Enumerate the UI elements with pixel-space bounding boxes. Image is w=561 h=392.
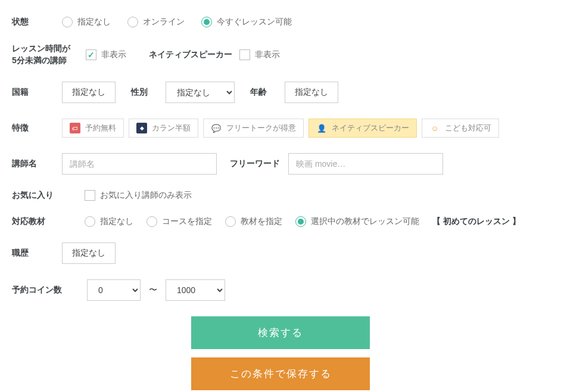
radio-icon <box>147 216 157 227</box>
status-radio-available[interactable]: 今すぐレッスン可能 <box>201 17 292 27</box>
teacher-name-label: 講師名 <box>12 158 54 169</box>
chat-icon: 💬 <box>211 123 222 133</box>
status-radio-group: 指定なし オンライン 今すぐレッスン可能 <box>62 17 292 27</box>
radio-icon <box>62 17 73 27</box>
radio-icon <box>85 216 95 227</box>
status-radio-none-label: 指定なし <box>77 17 111 27</box>
gender-select[interactable]: 指定なし <box>166 82 235 103</box>
status-radio-available-label: 今すぐレッスン可能 <box>217 17 292 27</box>
favorite-checkbox-label: お気に入り講師のみ表示 <box>100 190 192 201</box>
feature-tag-callan-label: カラン半額 <box>152 123 191 133</box>
feature-tag-callan[interactable]: ◆ カラン半額 <box>129 119 198 138</box>
materials-radio-none-label: 指定なし <box>100 216 133 227</box>
native-speaker-hide-checkbox[interactable]: 非表示 <box>239 49 280 60</box>
status-label: 状態 <box>12 17 54 27</box>
tilde-separator: 〜 <box>149 285 157 295</box>
feature-tag-free[interactable]: 🏷 予約無料 <box>62 119 124 138</box>
materials-radio-material[interactable]: 教材を指定 <box>225 216 282 227</box>
short-lesson-hide-checkbox[interactable]: 非表示 <box>86 49 126 60</box>
radio-icon <box>201 17 212 27</box>
favorite-label: お気に入り <box>12 190 54 201</box>
feature-tag-freetalk[interactable]: 💬 フリートークが得意 <box>203 119 304 138</box>
feature-tag-freetalk-label: フリートークが得意 <box>226 123 296 133</box>
checkbox-icon <box>86 49 96 60</box>
feature-tag-free-label: 予約無料 <box>85 123 116 133</box>
materials-radio-current[interactable]: 選択中の教材でレッスン可能 <box>295 216 419 227</box>
feature-tag-native-label: ネイティブスピーカー <box>332 123 409 133</box>
short-lesson-hide-text: 非表示 <box>101 49 126 60</box>
radio-icon <box>127 17 138 27</box>
status-radio-none[interactable]: 指定なし <box>62 17 111 27</box>
checkbox-icon <box>85 190 95 201</box>
native-speaker-label: ネイティブスピーカー <box>149 49 232 60</box>
status-radio-online-label: オンライン <box>143 17 185 27</box>
coins-from-select[interactable]: 0 <box>87 279 141 301</box>
materials-radio-current-label: 選択中の教材でレッスン可能 <box>311 216 419 227</box>
smile-icon: ☺ <box>429 123 440 133</box>
freeword-label: フリーワード <box>230 158 280 169</box>
materials-radio-material-label: 教材を指定 <box>241 216 282 227</box>
freeword-input[interactable] <box>288 153 443 175</box>
coins-label: 予約コイン数 <box>12 285 79 295</box>
search-button[interactable]: 検索する <box>191 316 370 349</box>
feature-tag-kids-label: こども対応可 <box>445 123 491 133</box>
feature-tag-kids[interactable]: ☺ こども対応可 <box>422 119 499 138</box>
career-label: 職歴 <box>12 248 54 259</box>
person-icon: 👤 <box>316 123 327 133</box>
radio-icon <box>295 216 306 227</box>
current-material-name: 【 初めてのレッスン 】 <box>432 216 521 227</box>
native-speaker-hide-text: 非表示 <box>255 49 280 60</box>
features-tag-row: 🏷 予約無料 ◆ カラン半額 💬 フリートークが得意 👤 ネイティブスピーカー … <box>62 119 499 138</box>
checkbox-icon <box>239 49 250 60</box>
age-select[interactable]: 指定なし <box>285 82 338 103</box>
career-select[interactable]: 指定なし <box>62 242 116 264</box>
coins-to-select[interactable]: 1000 <box>166 279 225 301</box>
materials-radio-course[interactable]: コースを指定 <box>147 216 212 227</box>
features-label: 特徴 <box>12 123 54 133</box>
short-lesson-label: レッスン時間が5分未満の講師 <box>12 43 79 66</box>
radio-icon <box>225 216 236 227</box>
save-button[interactable]: この条件で保存する <box>191 357 370 390</box>
feature-tag-native[interactable]: 👤 ネイティブスピーカー <box>308 119 417 138</box>
materials-label: 対応教材 <box>12 216 54 227</box>
gender-label: 性別 <box>131 87 157 98</box>
materials-radio-none[interactable]: 指定なし <box>85 216 133 227</box>
favorite-checkbox[interactable]: お気に入り講師のみ表示 <box>85 190 192 201</box>
callan-icon: ◆ <box>136 123 147 133</box>
teacher-name-input[interactable] <box>62 153 217 175</box>
nationality-select[interactable]: 指定なし <box>62 82 116 103</box>
materials-radio-course-label: コースを指定 <box>162 216 212 227</box>
nationality-label: 国籍 <box>12 87 54 98</box>
status-radio-online[interactable]: オンライン <box>127 17 185 27</box>
tag-icon: 🏷 <box>70 123 80 133</box>
age-label: 年齢 <box>250 87 276 98</box>
